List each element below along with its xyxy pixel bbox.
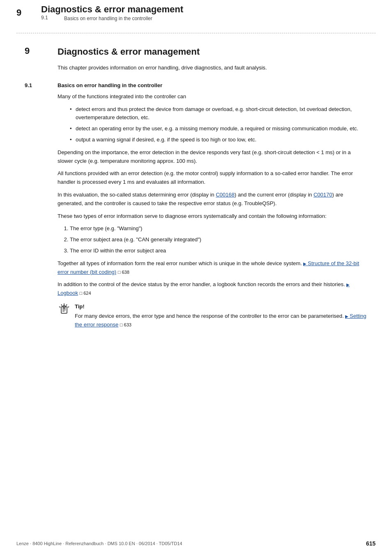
page: 9 Diagnostics & error management 9.1 Bas… xyxy=(0,0,392,555)
svg-line-4 xyxy=(59,307,60,308)
tip-inner: Tip! For many device errors, the error t… xyxy=(75,303,367,329)
para6: Together all types of information form t… xyxy=(58,259,367,277)
tip-label: Tip! xyxy=(75,303,367,310)
header-right: Diagnostics & error management 9.1 Basic… xyxy=(41,4,183,21)
list-item: detect an operating error by the user, e… xyxy=(70,125,367,133)
main-content: 9 Diagnostics & error management This ch… xyxy=(0,33,392,346)
header-chapter-num: 9 xyxy=(16,7,41,18)
tip-pageref: □ 633 xyxy=(120,322,131,327)
svg-line-1 xyxy=(66,304,67,305)
section91-title: Basics on error handling in the controll… xyxy=(58,82,162,88)
section9-title: Diagnostics & error management xyxy=(58,46,200,57)
para4-prefix: In this evaluation, the so-called status… xyxy=(58,192,216,198)
tip-content: For many device errors, the error type a… xyxy=(75,312,367,329)
para6-prefix: Together all types of information form t… xyxy=(58,260,303,266)
footer-left: Lenze · 8400 HighLine · Referenzhandbuch… xyxy=(16,541,182,546)
numbered-item: The error subject area (e.g. "CAN genera… xyxy=(70,236,367,244)
tip-icon-svg xyxy=(58,303,71,316)
para3: All functions provided with an error det… xyxy=(58,169,367,187)
c00168-link[interactable]: C00168 xyxy=(216,192,235,198)
list-item: output a warning signal if desired, e.g.… xyxy=(70,136,367,144)
para2: Depending on the importance, the error d… xyxy=(58,148,367,166)
para4-mid: ) and the current error (display in xyxy=(235,192,314,198)
para5: These two types of error information ser… xyxy=(58,212,367,221)
para6-pageref: □ 638 xyxy=(118,270,129,275)
c00170-link[interactable]: C00170 xyxy=(314,192,332,198)
section9-intro: This chapter provides information on err… xyxy=(58,64,367,72)
para7-prefix: In addition to the control of the device… xyxy=(58,281,346,287)
list-item: detect errors and thus protect the devic… xyxy=(70,105,367,123)
header-section-num: 9.1 xyxy=(41,15,58,21)
numbered-list: The error type (e.g. "Warning") The erro… xyxy=(70,224,367,255)
svg-line-3 xyxy=(61,304,62,305)
footer-right: 615 xyxy=(366,540,376,547)
section9-num: 9 xyxy=(25,46,58,56)
bullet-list: detect errors and thus protect the devic… xyxy=(70,105,367,144)
header-title: Diagnostics & error management xyxy=(41,4,183,15)
para1: Many of the functions integrated into th… xyxy=(58,92,367,101)
header-subtitle: Basics on error handling in the controll… xyxy=(64,16,152,21)
para7: In addition to the control of the device… xyxy=(58,280,367,298)
section91-num: 9.1 xyxy=(25,82,58,88)
header-bar: 9 Diagnostics & error management 9.1 Bas… xyxy=(0,0,392,25)
section91-heading: 9.1 Basics on error handling in the cont… xyxy=(25,82,367,88)
para4: In this evaluation, the so-called status… xyxy=(58,191,367,208)
tip-box: Tip! For many device errors, the error t… xyxy=(58,303,367,329)
numbered-item: The error ID within the error subject ar… xyxy=(70,247,367,255)
tip-icon xyxy=(58,303,71,316)
numbered-item: The error type (e.g. "Warning") xyxy=(70,224,367,233)
para7-pageref: □ 624 xyxy=(80,291,91,296)
section9-heading: 9 Diagnostics & error management xyxy=(25,46,367,57)
footer: Lenze · 8400 HighLine · Referenzhandbuch… xyxy=(16,540,376,547)
svg-line-2 xyxy=(68,307,69,308)
